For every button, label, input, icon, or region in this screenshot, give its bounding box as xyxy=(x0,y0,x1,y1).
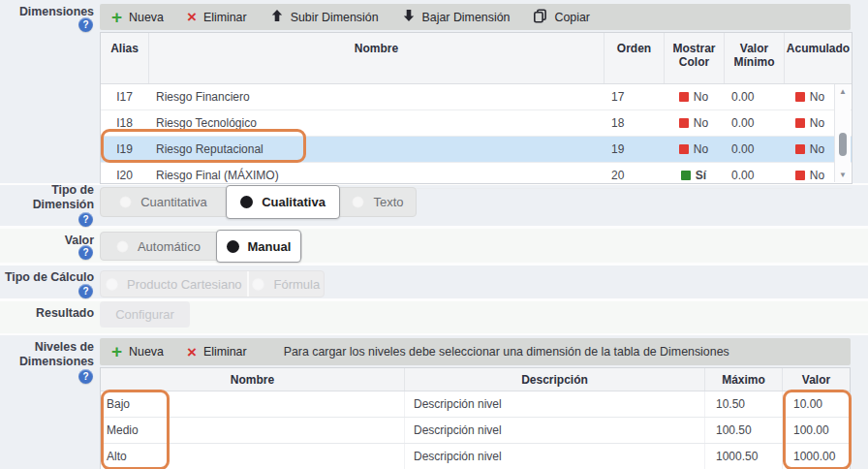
header-mostrar-color: Mostrar Color xyxy=(664,33,724,83)
table-row-i18[interactable]: I18 Riesgo Tecnológico 18 No 0.00 No xyxy=(101,110,852,137)
flag-square-icon xyxy=(679,92,689,102)
cell-mostrar-color: Sí xyxy=(664,169,724,182)
flag-label: Sí xyxy=(696,169,706,182)
delete-x-icon: × xyxy=(187,9,197,25)
radio-dot-icon xyxy=(352,196,364,208)
table-row-i17[interactable]: I17 Riesgo Financiero 17 No 0.00 No xyxy=(101,84,852,110)
cell-alias: I17 xyxy=(101,90,148,104)
radio-label: Cualitativa xyxy=(262,195,326,209)
radio-label: Cuantitativa xyxy=(140,195,207,209)
table-row-i20[interactable]: I20 Riesgo Final (MÁXIMO) 20 Sí 0.00 No xyxy=(101,163,852,189)
flag-label: No xyxy=(810,116,824,130)
nivel-row-bajo[interactable]: Bajo Descripción nivel 10.50 10.00 xyxy=(101,391,850,418)
cell-descripcion: Descripción nivel xyxy=(404,418,704,443)
bajar-dimension-button[interactable]: Bajar Dimensión xyxy=(390,4,522,30)
cell-alias: I18 xyxy=(101,116,148,130)
cell-descripcion: Descripción nivel xyxy=(404,391,704,417)
eliminar-button[interactable]: × Eliminar xyxy=(175,4,259,30)
copiar-button[interactable]: Copiar xyxy=(521,4,602,30)
radio-automatico[interactable]: Automático xyxy=(101,233,216,260)
table-row-i19-selected[interactable]: I19 Riesgo Reputacional 19 No 0.00 No xyxy=(101,137,852,163)
header-valor-minimo: Valor Mínimo xyxy=(724,33,784,83)
radio-label: Producto Cartesiano xyxy=(127,277,242,292)
niveles-label: Niveles de Dimensiones xyxy=(0,340,94,369)
cell-nombre: Riesgo Reputacional xyxy=(148,142,604,156)
flag-square-icon xyxy=(681,171,691,180)
niveles-nueva-button[interactable]: + Nueva xyxy=(100,338,175,365)
radio-texto[interactable]: Texto xyxy=(340,188,416,216)
radio-dot-icon xyxy=(227,240,239,253)
radio-cuantitativa[interactable]: Cuantitativa xyxy=(101,188,226,216)
cell-valor: 1000.00 xyxy=(782,444,850,469)
nivel-row-alto[interactable]: Alto Descripción nivel 1000.50 1000.00 xyxy=(101,444,850,469)
header-nombre: Nombre xyxy=(148,33,604,83)
copiar-label: Copiar xyxy=(554,11,590,24)
cell-maximo: 10.50 xyxy=(704,391,782,417)
cell-alias: I20 xyxy=(101,169,148,182)
dimensiones-table-header: Alias Nombre Orden Mostrar Color Valor M… xyxy=(101,33,852,84)
cell-mostrar-color: No xyxy=(664,90,724,104)
cell-nombre: Bajo xyxy=(101,391,404,417)
cell-nombre: Alto xyxy=(101,444,404,469)
valor-radio-group: Automático Manual xyxy=(100,232,302,261)
radio-dot-icon xyxy=(116,240,129,253)
arrow-down-icon xyxy=(402,9,416,25)
scroll-up-icon[interactable]: ▲ xyxy=(835,87,851,96)
nueva-label: Nueva xyxy=(129,345,164,359)
flag-label: No xyxy=(810,169,824,182)
flag-square-icon xyxy=(795,118,805,128)
tipo-calculo-radio-group: Producto Cartesiano Fórmula xyxy=(100,270,325,297)
cell-acumulado: No xyxy=(784,169,836,182)
flag-square-icon xyxy=(679,144,689,154)
help-icon-valor[interactable]: ? xyxy=(78,245,93,260)
cell-valor-minimo: 0.00 xyxy=(724,142,784,156)
niveles-eliminar-button[interactable]: × Eliminar xyxy=(175,338,259,365)
radio-cualitativa[interactable]: Cualitativa xyxy=(226,185,340,219)
header-descripcion: Descripción xyxy=(404,368,704,391)
cell-alias: I19 xyxy=(101,142,148,156)
plus-icon: + xyxy=(111,9,122,26)
nueva-button[interactable]: + Nueva xyxy=(100,4,175,30)
flag-label: No xyxy=(694,90,708,104)
scroll-down-icon[interactable]: ▼ xyxy=(835,171,851,179)
radio-label: Manual xyxy=(248,239,292,254)
cell-nombre: Riesgo Financiero xyxy=(148,90,604,104)
cell-acumulado: No xyxy=(784,90,836,104)
flag-square-icon xyxy=(795,144,805,154)
arrow-up-icon xyxy=(270,9,284,25)
radio-dot-icon xyxy=(119,196,132,208)
help-icon-tipo-calculo[interactable]: ? xyxy=(78,284,93,298)
subir-dimension-button[interactable]: Subir Dimensión xyxy=(259,4,390,30)
eliminar-label: Eliminar xyxy=(203,345,247,359)
cell-descripcion: Descripción nivel xyxy=(404,444,704,469)
copy-icon xyxy=(533,9,547,26)
cell-valor-minimo: 0.00 xyxy=(724,169,784,182)
header-acumulado: Acumulado xyxy=(784,33,852,83)
flag-label: No xyxy=(694,142,708,156)
cell-nombre: Riesgo Tecnológico xyxy=(148,116,604,130)
radio-manual[interactable]: Manual xyxy=(216,230,301,263)
radio-label: Texto xyxy=(373,195,403,209)
header-maximo: Máximo xyxy=(704,368,782,391)
header-nombre: Nombre xyxy=(101,368,404,391)
help-icon-niveles[interactable]: ? xyxy=(78,369,93,384)
cell-maximo: 1000.50 xyxy=(704,444,782,469)
tipo-dimension-radio-group: Cuantitativa Cualitativa Texto xyxy=(100,187,417,217)
radio-label: Automático xyxy=(138,239,201,254)
table-scrollbar[interactable]: ▲ ▼ xyxy=(834,84,851,182)
cell-valor: 100.00 xyxy=(782,418,850,443)
help-icon-dimensiones[interactable]: ? xyxy=(78,17,93,32)
nivel-row-medio[interactable]: Medio Descripción nivel 100.50 100.00 xyxy=(101,418,850,444)
cell-acumulado: No xyxy=(784,116,836,130)
radio-producto-cartesiano-disabled: Producto Cartesiano xyxy=(101,271,247,297)
bajar-dimension-label: Bajar Dimensión xyxy=(422,11,511,24)
scrollbar-thumb[interactable] xyxy=(839,133,847,156)
subir-dimension-label: Subir Dimensión xyxy=(291,11,379,24)
help-icon-tipo-dimension[interactable]: ? xyxy=(78,212,93,227)
radio-formula-disabled: Fórmula xyxy=(249,271,324,297)
eliminar-label: Eliminar xyxy=(203,11,247,24)
cell-nombre: Riesgo Final (MÁXIMO) xyxy=(148,169,604,182)
flag-label: No xyxy=(810,90,824,104)
configurar-label: Configurar xyxy=(115,307,174,322)
resultado-label: Resultado xyxy=(0,306,94,321)
